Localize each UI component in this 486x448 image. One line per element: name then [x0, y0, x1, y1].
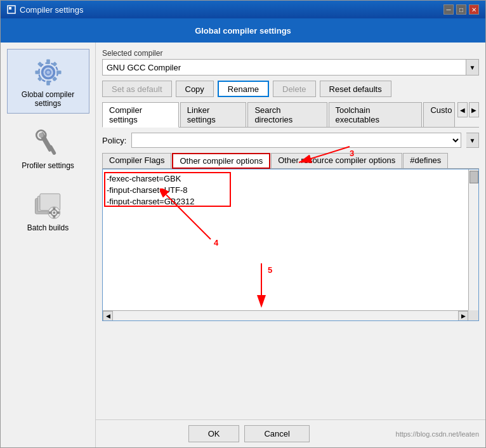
tab-defines[interactable]: #defines — [403, 153, 448, 168]
scrollbar-thumb[interactable] — [470, 171, 478, 183]
tab-compiler-flags[interactable]: Compiler Flags — [102, 153, 171, 168]
batch-icon — [30, 188, 66, 223]
footer-bar: OK Cancel https://blog.csdn.net/leaten — [96, 419, 485, 447]
content-area: Global compilersettings Profiler setting… — [1, 43, 485, 447]
selected-compiler-section: Selected compiler GNU GCC Compiler ▼ — [102, 49, 479, 76]
compiler-flags-section: Compiler Flags Other compiler options Ot… — [102, 153, 479, 321]
main-panel: Selected compiler GNU GCC Compiler ▼ Set… — [96, 43, 485, 419]
maximize-button[interactable]: □ — [456, 4, 466, 15]
window-title: Compiler settings — [20, 5, 83, 15]
profiler-icon — [30, 126, 66, 161]
gear-icon — [30, 55, 66, 90]
reset-defaults-button[interactable]: Reset defaults — [320, 81, 391, 97]
close-button[interactable]: ✕ — [469, 4, 479, 15]
svg-text:5: 5 — [268, 265, 272, 275]
annotation-arrow-5: 5 — [242, 257, 306, 308]
text-line-2: -finput-charset=UTF-8 — [107, 185, 475, 196]
compiler-flags-tabs: Compiler Flags Other compiler options Ot… — [102, 153, 479, 169]
selected-compiler-label: Selected compiler — [102, 49, 479, 58]
svg-rect-11 — [52, 62, 57, 67]
rename-button[interactable]: Rename — [218, 81, 269, 97]
compiler-select-row: GNU GCC Compiler ▼ — [102, 59, 479, 76]
tab-scroll-left[interactable]: ◀ — [457, 102, 468, 117]
dialog-header: Global compiler settings — [1, 18, 485, 43]
set-as-default-button[interactable]: Set as default — [102, 81, 172, 97]
policy-dropdown-arrow[interactable]: ▼ — [466, 133, 479, 148]
svg-rect-10 — [37, 76, 42, 81]
main-window: Compiler settings ─ □ ✕ Global compiler … — [0, 0, 486, 448]
delete-button[interactable]: Delete — [273, 81, 316, 97]
text-line-1: -fexec-charset=GBK — [107, 173, 475, 185]
sidebar-item-batch-label: Batch builds — [27, 223, 69, 232]
text-line-3: -finput-charset=GB2312 — [107, 196, 475, 208]
svg-point-16 — [39, 133, 43, 137]
dropdown-arrow-icon[interactable]: ▼ — [466, 59, 479, 76]
title-bar-controls: ─ □ ✕ — [443, 4, 479, 15]
sidebar-item-batch[interactable]: Batch builds — [7, 182, 89, 238]
compiler-button-row: Set as default Copy Rename Delete Reset … — [102, 81, 479, 97]
main-panel-wrapper: Selected compiler GNU GCC Compiler ▼ Set… — [96, 43, 485, 447]
minimize-button[interactable]: ─ — [443, 4, 454, 15]
horizontal-scrollbar[interactable]: ◀ ▶ — [103, 310, 468, 320]
options-text-content[interactable]: -fexec-charset=GBK -finput-charset=UTF-8… — [103, 169, 478, 212]
tab-other-compiler-options[interactable]: Other compiler options — [172, 153, 270, 169]
cancel-button[interactable]: Cancel — [244, 425, 309, 442]
svg-rect-7 — [56, 70, 61, 74]
policy-dropdown[interactable] — [131, 133, 461, 148]
tab-linker-settings[interactable]: Linker settings — [180, 102, 247, 127]
tab-custom[interactable]: Custo — [423, 102, 455, 127]
watermark: https://blog.csdn.net/leaten — [396, 430, 479, 438]
policy-label: Policy: — [102, 136, 126, 145]
compiler-dropdown[interactable]: GNU GCC Compiler — [102, 59, 466, 76]
title-bar-left: Compiler settings — [7, 5, 83, 15]
svg-rect-26 — [48, 211, 51, 214]
main-tabs-row: Compiler settings Linker settings Search… — [102, 102, 479, 128]
tab-scroll-right[interactable]: ▶ — [469, 102, 479, 117]
sidebar-item-global-label: Global compilersettings — [22, 90, 74, 108]
tab-other-resource-compiler[interactable]: Other resource compiler options — [271, 153, 402, 168]
svg-rect-25 — [53, 216, 55, 218]
tab-compiler-settings[interactable]: Compiler settings — [102, 102, 179, 128]
copy-button[interactable]: Copy — [176, 81, 214, 97]
sidebar-item-profiler-label: Profiler settings — [22, 161, 74, 170]
options-text-area-container: -fexec-charset=GBK -finput-charset=UTF-8… — [102, 169, 479, 321]
sidebar-item-profiler[interactable]: Profiler settings — [7, 120, 89, 176]
scroll-left-arrow[interactable]: ◀ — [103, 311, 113, 321]
svg-rect-24 — [53, 208, 55, 210]
sidebar-item-global-compiler[interactable]: Global compilersettings — [7, 49, 89, 114]
dialog-title: Global compiler settings — [195, 26, 291, 36]
svg-rect-5 — [46, 81, 50, 85]
svg-rect-4 — [46, 59, 50, 63]
sidebar: Global compilersettings Profiler setting… — [1, 43, 96, 447]
tab-toolchain-executables[interactable]: Toolchain executables — [329, 102, 423, 127]
policy-row: Policy: ▼ — [102, 133, 479, 148]
scroll-right-arrow[interactable]: ▶ — [458, 311, 468, 321]
footer-buttons: OK Cancel — [102, 425, 396, 442]
window-icon — [7, 5, 16, 14]
svg-point-23 — [53, 211, 55, 214]
ok-button[interactable]: OK — [188, 425, 240, 442]
svg-rect-1 — [9, 7, 11, 10]
svg-text:4: 4 — [214, 238, 219, 247]
scrollbar-corner — [468, 310, 478, 320]
svg-rect-27 — [57, 211, 60, 214]
tab-search-directories[interactable]: Search directories — [247, 102, 327, 127]
svg-rect-6 — [35, 70, 39, 74]
title-bar: Compiler settings ─ □ ✕ — [1, 1, 485, 18]
vertical-scrollbar[interactable] — [468, 169, 478, 310]
